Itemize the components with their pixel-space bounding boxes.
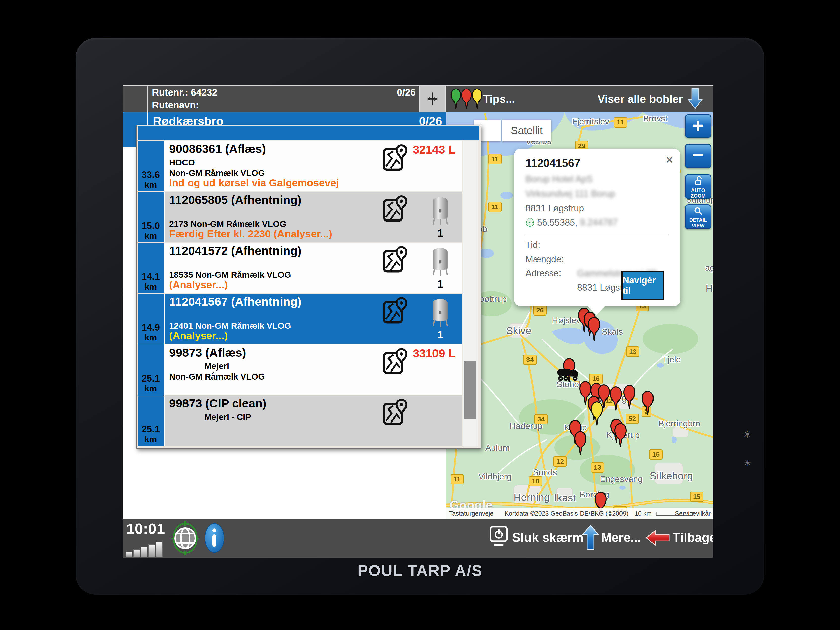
stop-title: 112041572 (Afhentning) [169, 244, 302, 257]
route-number-badge: 52 [625, 414, 639, 424]
device-bezel: Rutenr.: 64232 0/26 Rutenavn: Tips... [76, 38, 764, 595]
route-number-badge: 13 [626, 346, 639, 357]
show-all-arrow-icon[interactable] [687, 88, 703, 112]
attr-shortcuts[interactable]: Tastaturgenveje [449, 510, 494, 517]
route-number-badge: 34 [534, 414, 548, 425]
pin-yellow-icon[interactable] [472, 88, 483, 112]
navigate-to-button[interactable]: Navigér til [622, 271, 664, 300]
map-attribution: Tastaturgenveje Kortdata ©2023 GeoBasis-… [446, 507, 713, 519]
more-button[interactable]: Mere... [601, 530, 641, 545]
plus-icon: + [685, 115, 711, 136]
route-number-badge: 18 [529, 476, 542, 486]
stop-title: 90086361 (Aflæs) [169, 142, 266, 156]
stage: Rutenr.: 64232 0/26 Rutenavn: Tips... [0, 0, 840, 630]
back-button[interactable]: Tilbage [673, 530, 713, 545]
map-type-satellit-button[interactable]: Satellit [502, 120, 551, 141]
signal-bars-icon [126, 542, 169, 557]
route-number-badge: 13 [591, 463, 604, 473]
map-pin-red[interactable] [587, 316, 601, 343]
route-number-badge: 12 [553, 456, 567, 467]
gps-globe-icon[interactable] [170, 521, 201, 557]
unlock-icon [693, 176, 703, 186]
map-place-label: Hobro [706, 283, 713, 294]
map-pin-red[interactable] [574, 431, 587, 457]
route-number-badge: 11 [488, 154, 502, 164]
route-map-icon[interactable] [382, 195, 408, 222]
route-map-icon[interactable] [382, 144, 408, 171]
route-number-badge: 34 [523, 355, 537, 365]
route-map-icon[interactable] [382, 347, 408, 375]
stop-row-3[interactable]: 14.1km 112041572 (Afhentning) 18535 Non-… [137, 243, 462, 293]
stop-line: Mejeri [204, 361, 229, 371]
bottom-bar: 10:01 [123, 519, 713, 558]
route-map-icon[interactable] [382, 246, 408, 273]
top-bar: Rutenr.: 64232 0/26 Rutenavn: Tips... [123, 85, 713, 112]
stop-note: (Analyser...) [169, 279, 227, 291]
minus-icon: − [685, 145, 711, 166]
show-all-bubbles-label[interactable]: Viser alle bobler [598, 93, 683, 105]
list-scrollbar[interactable] [463, 141, 478, 446]
stop-distance: 25.1km [137, 395, 164, 446]
truck-icon [557, 367, 580, 384]
tips-button[interactable]: Tips... [483, 93, 515, 105]
brightness-up-icon[interactable]: ☀ [743, 429, 752, 440]
map-place-label: Engesvang [600, 474, 643, 484]
map[interactable]: FjerritslevBrovstVesløsSuldrupagerHobroe… [446, 112, 713, 519]
more-arrow-icon[interactable] [582, 522, 599, 554]
device-brand: POUL TARP A/S [76, 562, 764, 579]
pin-red-icon[interactable] [461, 88, 472, 112]
pan-button[interactable] [420, 86, 445, 112]
screen: Rutenr.: 64232 0/26 Rutenavn: Tips... [123, 85, 713, 558]
route-map-icon[interactable] [382, 398, 408, 426]
screen-off-icon[interactable] [489, 525, 508, 550]
stop-title: 112065805 (Afhentning) [169, 193, 302, 207]
back-arrow-icon[interactable] [646, 527, 669, 550]
pin-green-icon[interactable] [450, 88, 461, 112]
route-number-badge: 15 [690, 492, 703, 502]
map-place-label: Vildbjerg [478, 472, 512, 481]
stop-row-2[interactable]: 15.0km 112065805 (Afhentning) 2173 Non-G… [137, 192, 462, 242]
tank-count: 1 [432, 278, 448, 290]
info-icon[interactable] [204, 522, 224, 555]
stop-row-4-selected[interactable]: 14.9km 112041567 (Afhentning) 12401 Non-… [137, 294, 462, 344]
zoom-out-button[interactable]: − [685, 144, 712, 168]
stop-title: 112041567 (Afhentning) [169, 295, 302, 308]
stop-row-6[interactable]: 25.1km 99873 (CIP clean) Mejeri - CIP [137, 395, 462, 446]
scrollbar-thumb[interactable] [464, 361, 476, 419]
stop-distance: 15.0km [137, 192, 164, 242]
attr-terms[interactable]: Servicevilkår [675, 510, 711, 517]
zoom-in-button[interactable]: + [685, 114, 712, 138]
map-pin-red[interactable] [614, 423, 627, 449]
tank-icon [432, 194, 448, 227]
auto-zoom-button[interactable]: AUTOZOOM [685, 174, 712, 199]
screen-off-button[interactable]: Sluk skærm [512, 530, 583, 545]
popup-city: 8831 Løgstrup [526, 203, 584, 214]
stop-note: Ind og ud kørsel via Galgemosevej [169, 177, 339, 189]
popup-coords: 56.55385, 9.244787 [526, 217, 618, 228]
stop-liters: 33109 L [413, 346, 455, 360]
magnifier-icon [693, 206, 703, 216]
route-name-label: Rutenavn: [152, 100, 199, 111]
stop-distance: 33.6km [137, 141, 164, 191]
route-progress-count: 0/26 [397, 87, 415, 98]
stop-note: Færdig Efter kl. 2230 (Analyser...) [169, 228, 332, 240]
map-place-label: ager [705, 263, 713, 273]
map-pin-red[interactable] [641, 390, 654, 417]
map-place-label: Herning [514, 492, 550, 504]
stop-distance: 14.9km [137, 294, 164, 344]
map-pin-red[interactable] [623, 384, 636, 411]
route-number-badge: 11 [614, 117, 627, 128]
popup-divider [526, 234, 669, 234]
stop-row-5[interactable]: 25.1km 99873 (Aflæs) Mejeri Non-GM Råmæl… [137, 344, 462, 395]
popup-adresse-label: Adresse: [526, 268, 561, 279]
map-place-label: Brovst [643, 114, 667, 123]
route-map-icon[interactable] [382, 297, 408, 324]
map-pin-yellow[interactable] [590, 401, 603, 427]
brightness-down-icon[interactable]: ☀ [744, 458, 751, 468]
stop-line: HOCO [169, 158, 195, 167]
detail-view-button[interactable]: DETAILVIEW [685, 204, 712, 229]
popup-close-icon[interactable]: ✕ [665, 154, 674, 166]
route-number-badge: 11 [488, 202, 502, 212]
stop-row-1[interactable]: 33.6km 90086361 (Aflæs) HOCO Non-GM Råmæ… [137, 141, 462, 191]
map-pin-red[interactable] [609, 386, 622, 412]
